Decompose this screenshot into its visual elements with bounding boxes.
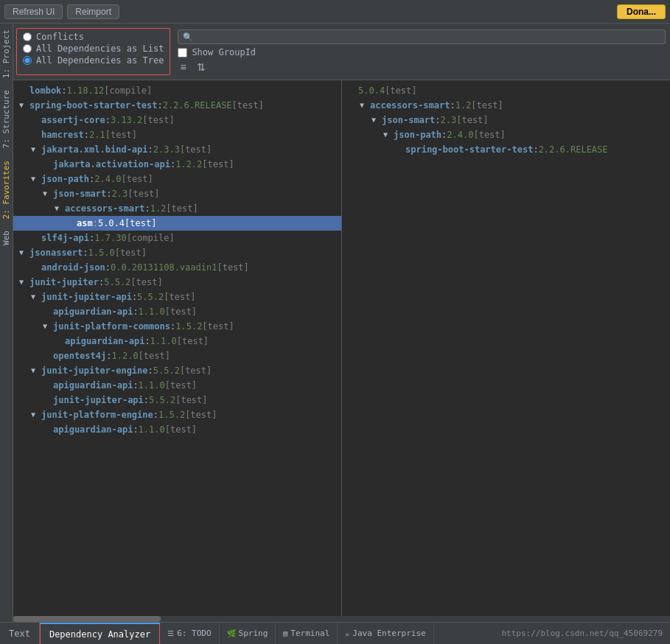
dep-name: spring-boot-starter-test (405, 143, 533, 156)
tree-item[interactable]: opentest4j : 1.2.0 [test] (13, 349, 341, 363)
tree-item[interactable]: ▼ jakarta.xml.bind-api : 2.3.3 [test] (13, 142, 341, 157)
tree-item[interactable]: assertj-core : 3.13.2 [test] (13, 113, 341, 127)
tree-item[interactable]: ▼ junit-platform-engine : 1.5.2 [test] (13, 407, 341, 422)
dep-name: slf4j-api (41, 231, 89, 245)
tree-item[interactable]: ▼ spring-boot-starter-test : 2.2.6.RELEA… (13, 98, 341, 113)
dep-name: jakarta.activation-api (53, 158, 170, 171)
nav-todo[interactable]: ☰ 6: TODO (160, 623, 219, 644)
tree-item[interactable]: ▼ json-path : 2.4.0 [test] (13, 172, 341, 186)
dep-colon: : (533, 143, 538, 156)
dep-version: 0.0.20131108.vaadin1 (111, 261, 217, 274)
dep-version: 2.3.3 (153, 143, 180, 156)
right-tree-panel[interactable]: 5.0.4 [test]▼ accessors-smart : 1.2 [tes… (342, 80, 670, 622)
tree-item[interactable]: hamcrest : 2.1 [test] (13, 127, 341, 142)
tree-item[interactable]: ▼ accessors-smart : 1.2 [test] (13, 201, 341, 216)
all-deps-tree-label: All Dependencies as Tree (36, 55, 164, 66)
collapse-all-button[interactable]: ≡ (178, 60, 188, 74)
tree-arrow[interactable]: ▼ (55, 202, 63, 215)
text-tab[interactable]: Text (0, 623, 40, 644)
view-mode-radio-group: Conflicts All Dependencies as List All D… (16, 28, 170, 75)
all-deps-list-radio[interactable]: All Dependencies as List (23, 43, 164, 54)
tree-item[interactable]: ▼ accessors-smart : 1.2 [test] (342, 98, 670, 113)
horizontal-scrollbar[interactable] (13, 616, 670, 622)
donate-button[interactable]: Dona... (617, 4, 666, 19)
tree-arrow[interactable]: ▼ (383, 128, 392, 141)
tree-item[interactable]: ▼ json-path : 2.4.0 [test] (342, 127, 670, 142)
all-deps-list-radio-input[interactable] (23, 44, 32, 53)
dep-version: 1.5.2 (175, 320, 202, 333)
sidebar-tab-favorites[interactable]: 2: Favorites (0, 155, 13, 225)
tree-item[interactable]: junit-jupiter-api : 5.5.2 [test] (13, 393, 341, 407)
left-tree-panel[interactable]: lombok : 1.18.12 [compile]▼ spring-boot-… (13, 80, 342, 622)
dep-version: 1.1.0 (139, 423, 165, 436)
dep-scope: [test] (128, 187, 159, 200)
tree-arrow[interactable]: ▼ (43, 320, 52, 333)
tree-item[interactable]: jakarta.activation-api : 1.2.2 [test] (13, 157, 341, 172)
conflicts-radio-input[interactable] (23, 32, 32, 41)
tree-arrow[interactable]: ▼ (19, 99, 28, 112)
tree-item[interactable]: apiguardian-api : 1.1.0 [test] (13, 304, 341, 319)
dep-name: junit-jupiter-api (53, 393, 144, 407)
search-input[interactable] (196, 32, 343, 42)
dep-version: 2.3 (112, 187, 128, 200)
tree-item[interactable]: apiguardian-api : 1.1.0 [test] (13, 422, 341, 437)
conflicts-radio[interactable]: Conflicts (23, 32, 164, 42)
dep-colon: : (106, 187, 111, 200)
tree-item[interactable]: slf4j-api : 1.7.30 [compile] (13, 231, 341, 245)
tree-item[interactable]: ▼ jsonassert : 1.5.0 [test] (13, 245, 341, 260)
tree-arrow[interactable]: ▼ (371, 113, 380, 127)
status-url: https://blog.csdn.net/qq_45069279 (494, 629, 670, 638)
tree-arrow[interactable]: ▼ (31, 408, 40, 421)
sidebar-tab-project[interactable]: 1: Project (0, 24, 13, 84)
dependency-analyzer-tab[interactable]: Dependency Analyzer (40, 623, 160, 644)
tree-item[interactable]: asm : 5.0.4 [test] (13, 216, 341, 231)
dep-name: jsonassert (29, 246, 83, 259)
dep-colon: : (132, 290, 137, 304)
dep-scope: [test] (115, 246, 147, 259)
tree-item[interactable]: apiguardian-api : 1.1.0 [test] (13, 378, 341, 393)
dep-colon: : (144, 202, 150, 215)
tree-item[interactable]: lombok : 1.18.12 [compile] (13, 83, 341, 98)
tree-arrow[interactable]: ▼ (31, 172, 40, 186)
refresh-ui-button[interactable]: Refresh UI (4, 4, 63, 19)
tree-item[interactable]: ▼ json-smart : 2.3 [test] (342, 113, 670, 127)
search-icon: 🔍 (183, 32, 193, 42)
reimport-button[interactable]: Reimport (67, 4, 119, 19)
tree-arrow[interactable]: ▼ (360, 99, 369, 112)
all-deps-tree-radio-input[interactable] (23, 56, 32, 65)
dep-version: 2.4.0 (94, 172, 121, 186)
tree-item[interactable]: ▼ json-smart : 2.3 [test] (13, 186, 341, 201)
tree-item[interactable]: ▼ junit-jupiter-api : 5.5.2 [test] (13, 290, 341, 304)
text-tab-label: Text (9, 629, 30, 639)
dep-version: 1.5.0 (88, 246, 115, 259)
tree-arrow[interactable]: ▼ (31, 290, 40, 304)
tree-item[interactable]: apiguardian-api : 1.1.0 [test] (13, 334, 341, 349)
dep-version: 1.1.0 (139, 379, 165, 392)
sidebar-tab-web[interactable]: Web (0, 225, 13, 251)
dep-scope: [test] (202, 158, 234, 171)
tree-item[interactable]: ▼ junit-jupiter : 5.5.2 [test] (13, 275, 341, 290)
dep-name: accessors-smart (65, 202, 144, 215)
all-deps-tree-radio[interactable]: All Dependencies as Tree (23, 55, 164, 66)
nav-terminal-label: Terminal (290, 629, 329, 638)
nav-terminal[interactable]: ▤ Terminal (276, 623, 338, 644)
nav-java-enterprise[interactable]: ☕ Java Enterprise (338, 623, 433, 644)
dep-scope: [test] (471, 99, 503, 112)
tree-item[interactable]: android-json : 0.0.20131108.vaadin1 [tes… (13, 260, 341, 275)
tree-item[interactable]: spring-boot-starter-test : 2.2.6.RELEASE (342, 142, 670, 157)
dep-name: android-json (41, 261, 105, 274)
show-groupid-checkbox[interactable] (178, 48, 187, 57)
tree-arrow[interactable]: ▼ (19, 276, 28, 289)
nav-spring[interactable]: 🌿 Spring (220, 623, 276, 644)
sidebar-tab-structure[interactable]: 7: Structure (0, 84, 13, 154)
scrollbar-thumb[interactable] (13, 616, 161, 622)
tree-arrow[interactable]: ▼ (31, 143, 40, 156)
tree-arrow[interactable]: ▼ (43, 187, 52, 200)
tree-arrow[interactable]: ▼ (31, 364, 40, 377)
tree-item[interactable]: 5.0.4 [test] (342, 83, 670, 98)
tree-arrow[interactable]: ▼ (19, 246, 28, 259)
tree-item[interactable]: ▼ junit-jupiter-engine : 5.5.2 [test] (13, 363, 341, 378)
tree-item[interactable]: ▼ junit-platform-commons : 1.5.2 [test] (13, 319, 341, 334)
expand-all-button[interactable]: ⇅ (195, 60, 208, 74)
dep-colon: : (89, 231, 94, 245)
